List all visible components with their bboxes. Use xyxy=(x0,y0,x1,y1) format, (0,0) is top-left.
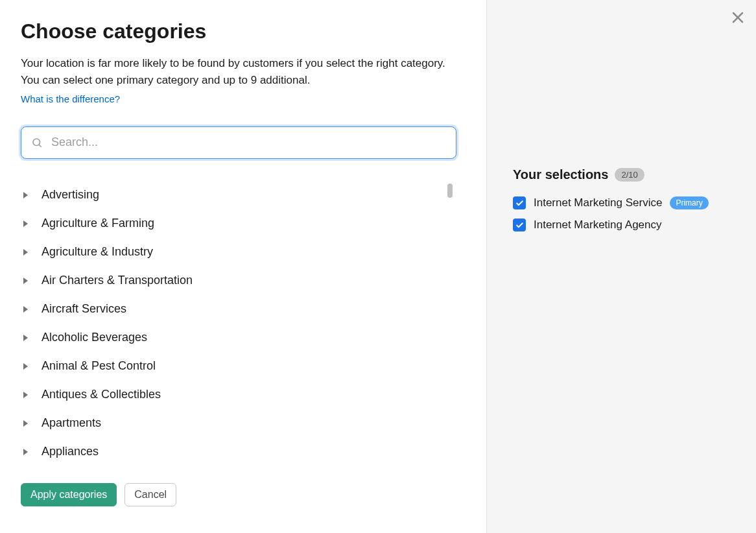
selection-item: Internet Marketing Agency xyxy=(513,219,744,231)
category-label: Alcoholic Beverages xyxy=(41,331,147,344)
category-label: Agriculture & Industry xyxy=(41,245,153,259)
cancel-button[interactable]: Cancel xyxy=(124,483,176,506)
category-label: Air Charters & Transportation xyxy=(41,274,193,287)
category-item[interactable]: Apartments xyxy=(21,409,456,438)
category-item[interactable]: Appliances xyxy=(21,438,456,466)
selections-list: Internet Marketing ServicePrimaryInterne… xyxy=(513,196,744,231)
page-title: Choose categories xyxy=(21,19,466,43)
selection-checkbox[interactable] xyxy=(513,219,526,231)
category-label: Aircraft Services xyxy=(41,302,126,316)
category-item[interactable]: Arcades & Amusements xyxy=(21,466,456,469)
selection-checkbox[interactable] xyxy=(513,196,526,209)
close-icon xyxy=(730,10,746,27)
right-panel: Your selections 2/10 Internet Marketing … xyxy=(486,0,756,533)
chevron-right-icon xyxy=(23,420,30,427)
selection-label: Internet Marketing Service xyxy=(534,196,662,209)
svg-line-1 xyxy=(39,145,41,147)
search-input[interactable] xyxy=(21,126,456,159)
category-label: Animal & Pest Control xyxy=(41,359,156,373)
categories-container: AdvertisingAgriculture & FarmingAgricult… xyxy=(21,181,456,469)
chevron-right-icon xyxy=(23,392,30,398)
chevron-right-icon xyxy=(23,278,30,284)
selections-wrapper: Your selections 2/10 Internet Marketing … xyxy=(513,167,744,231)
chevron-right-icon xyxy=(23,192,30,198)
category-label: Apartments xyxy=(41,416,101,430)
category-item[interactable]: Animal & Pest Control xyxy=(21,352,456,381)
selections-header: Your selections 2/10 xyxy=(513,167,744,182)
chevron-right-icon xyxy=(23,306,30,313)
category-label: Advertising xyxy=(41,188,99,202)
categories-list: AdvertisingAgriculture & FarmingAgricult… xyxy=(21,181,456,469)
search-wrapper xyxy=(21,126,456,159)
scrollbar-thumb[interactable] xyxy=(447,184,453,198)
chevron-right-icon xyxy=(23,335,30,341)
chevron-right-icon xyxy=(23,220,30,227)
category-item[interactable]: Antiques & Collectibles xyxy=(21,381,456,409)
chevron-right-icon xyxy=(23,363,30,370)
selections-title: Your selections xyxy=(513,167,608,182)
chevron-right-icon xyxy=(23,249,30,255)
category-item[interactable]: Agriculture & Industry xyxy=(21,238,456,266)
category-item[interactable]: Alcoholic Beverages xyxy=(21,324,456,352)
category-item[interactable]: Agriculture & Farming xyxy=(21,209,456,238)
svg-point-0 xyxy=(33,139,40,146)
selection-label: Internet Marketing Agency xyxy=(534,219,662,231)
primary-badge: Primary xyxy=(670,196,708,209)
scrollbar-track[interactable] xyxy=(447,184,453,466)
description-text: Your location is far more likely to be f… xyxy=(21,55,455,89)
chevron-right-icon xyxy=(23,449,30,455)
category-item[interactable]: Air Charters & Transportation xyxy=(21,266,456,295)
apply-categories-button[interactable]: Apply categories xyxy=(21,483,117,506)
category-label: Agriculture & Farming xyxy=(41,217,154,230)
selection-item: Internet Marketing ServicePrimary xyxy=(513,196,744,209)
left-panel: Choose categories Your location is far m… xyxy=(0,0,486,533)
category-label: Antiques & Collectibles xyxy=(41,388,161,401)
category-label: Appliances xyxy=(41,445,99,458)
help-link[interactable]: What is the difference? xyxy=(21,93,466,104)
selections-count-badge: 2/10 xyxy=(615,168,644,182)
category-item[interactable]: Aircraft Services xyxy=(21,295,456,324)
button-row: Apply categories Cancel xyxy=(21,483,466,506)
close-button[interactable] xyxy=(729,9,747,27)
search-icon xyxy=(31,137,43,148)
category-item[interactable]: Advertising xyxy=(21,181,456,209)
